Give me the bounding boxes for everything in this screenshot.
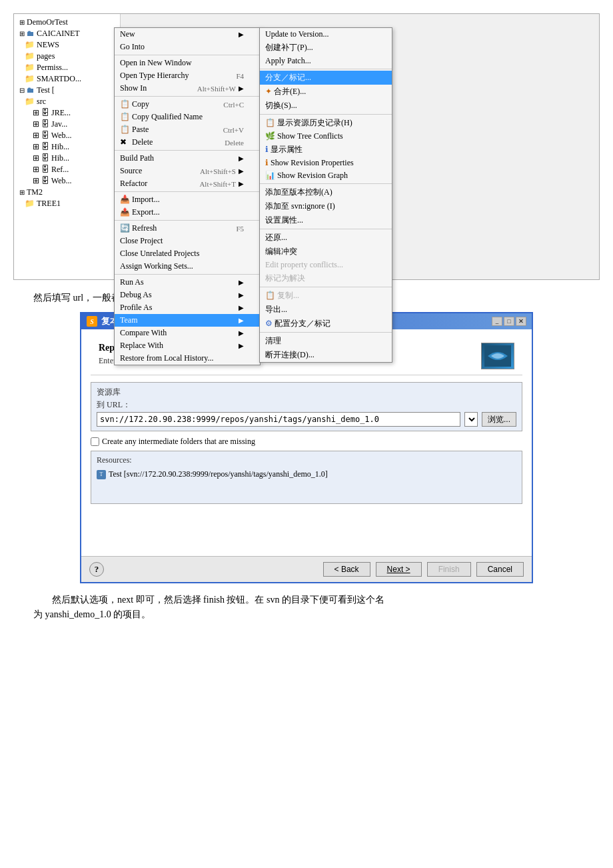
- cm-go-into[interactable]: Go Into: [115, 41, 260, 53]
- tree-item-pages[interactable]: 📁 pages: [14, 51, 120, 62]
- tree-item-news[interactable]: 📁 NEWS: [14, 39, 120, 51]
- cm-export[interactable]: 📤Export...: [115, 206, 260, 219]
- cm-show-props[interactable]: ℹ显示属性: [260, 143, 392, 157]
- next-button[interactable]: Next >: [376, 562, 422, 577]
- team-submenu: Update to Version... 创建补丁(P)... Apply Pa…: [259, 27, 392, 363]
- tree-item-tree1[interactable]: 📁 TREE1: [14, 198, 120, 209]
- screenshot-container: ⊞ DemoOrTest ⊞ 🖿 CAICAINET 4 📁 NEWS 📁 pa…: [13, 13, 600, 623]
- cm-show-revision-graph[interactable]: 📊Show Revision Graph: [260, 169, 392, 182]
- cm-update-to-version[interactable]: Update to Version...: [260, 28, 392, 41]
- cm-delete[interactable]: ✖Delete Delete: [115, 136, 260, 149]
- cm-disconnect[interactable]: 断开连接(D)...: [260, 348, 392, 362]
- cm-revert[interactable]: 还原...: [260, 231, 392, 245]
- url-input-row: ▼ 浏览...: [97, 412, 516, 427]
- tree-item-test[interactable]: ⊟ 🖿 Test [: [14, 85, 120, 96]
- cm-profile-as[interactable]: Profile As ▶: [115, 301, 260, 314]
- tree-item-label: TM2: [27, 187, 43, 197]
- tree-item-caicainet[interactable]: ⊞ 🖿 CAICAINET 4: [14, 28, 120, 39]
- cm-add-version-control[interactable]: 添加至版本控制(A): [260, 185, 392, 199]
- cm-paste[interactable]: 📋Paste Ctrl+V: [115, 123, 260, 136]
- cm-add-svn-ignore[interactable]: 添加至 svn:ignore (I): [260, 199, 392, 213]
- cm-clean[interactable]: 清理: [260, 334, 392, 348]
- cm-merge[interactable]: ✦合并(E)...: [260, 85, 392, 99]
- tree-item-jre[interactable]: ⊞ 🗄 JRE...: [14, 107, 120, 119]
- cm-close-unrelated[interactable]: Close Unrelated Projects: [115, 247, 260, 260]
- cm-edit-conflicts[interactable]: 编辑冲突: [260, 245, 392, 259]
- shortcut: Delete: [225, 139, 244, 147]
- tree-item-jav[interactable]: ⊞ 🗄 Jav...: [14, 119, 120, 130]
- cm-new[interactable]: New ▶: [115, 28, 260, 41]
- url-dropdown[interactable]: ▼: [464, 412, 478, 427]
- intermediate-folders-checkbox[interactable]: [91, 437, 99, 446]
- cm-export2[interactable]: 导出...: [260, 303, 392, 317]
- separator: [260, 229, 392, 229]
- dialog-title-icon: S: [87, 316, 97, 327]
- tree-item-src[interactable]: 📁 src: [14, 96, 120, 107]
- cm-replace-with[interactable]: Replace With ▶: [115, 339, 260, 352]
- cm-source[interactable]: Source Alt+Shift+S ▶: [115, 165, 260, 177]
- separator: [115, 55, 260, 55]
- tree-item-ref[interactable]: ⊞ 🗄 Ref...: [14, 164, 120, 175]
- field-group-label: 资源库: [97, 387, 516, 398]
- dialog-footer: ? < Back Next > Finish Cancel: [81, 556, 532, 582]
- merge-icon: ✦: [265, 87, 272, 97]
- history-icon: 📋: [265, 118, 275, 128]
- maximize-button[interactable]: □: [504, 317, 514, 326]
- props-icon: ℹ: [265, 145, 269, 155]
- folder-icon: 📁: [25, 199, 35, 209]
- url-input[interactable]: [97, 412, 460, 427]
- cm-config-branch[interactable]: ⚙配置分支／标记: [260, 317, 392, 331]
- cm-close-project[interactable]: Close Project: [115, 235, 260, 247]
- tree-item-smartdo[interactable]: 📁 SMARTDO...: [14, 73, 120, 85]
- cm-set-props[interactable]: 设置属性...: [260, 213, 392, 227]
- cm-run-as[interactable]: Run As ▶: [115, 276, 260, 289]
- tree-item-weblib[interactable]: ⊞ 🗄 Web...: [14, 175, 120, 187]
- cm-show-history[interactable]: 📋显示资源历史记录(H): [260, 116, 392, 130]
- cm-show-in[interactable]: Show In Alt+Shift+W ▶: [115, 82, 260, 95]
- cm-compare-with[interactable]: Compare With ▶: [115, 327, 260, 339]
- cm-refresh[interactable]: 🔄Refresh F5: [115, 222, 260, 235]
- cm-copy-qualified[interactable]: 📋Copy Qualified Name: [115, 111, 260, 123]
- cm-team[interactable]: Team ▶: [115, 314, 260, 327]
- cm-import[interactable]: 📥Import...: [115, 193, 260, 206]
- help-button[interactable]: ?: [89, 562, 104, 577]
- expand-icon: ⊞: [19, 30, 25, 37]
- cm-restore-history[interactable]: Restore from Local History...: [115, 352, 260, 365]
- minimize-button[interactable]: _: [492, 317, 502, 326]
- cm-create-patch[interactable]: 创建补丁(P)...: [260, 41, 392, 55]
- close-button[interactable]: ✕: [516, 317, 526, 326]
- cm-copy[interactable]: 📋Copy Ctrl+C: [115, 98, 260, 111]
- project-icon: 🖿: [27, 85, 35, 95]
- browse-button[interactable]: 浏览...: [482, 412, 516, 427]
- cm-show-revision-props[interactable]: ℹShow Revision Properties: [260, 157, 392, 169]
- cm-refactor[interactable]: Refactor Alt+Shift+T ▶: [115, 177, 260, 190]
- expand-icon: ⊟: [19, 87, 25, 94]
- paste-icon: 📋: [120, 125, 131, 135]
- export-icon: 📤: [120, 207, 131, 217]
- cm-branch-tag[interactable]: 分支／标记...: [260, 71, 392, 85]
- cm-switch[interactable]: 切换(S)...: [260, 99, 392, 113]
- tree-item-label: Test [: [37, 85, 55, 95]
- tree-item-label: CAICAINET: [37, 29, 80, 39]
- tree-item-tm2[interactable]: ⊞ TM2: [14, 187, 120, 198]
- tree-item-hib2[interactable]: ⊞ 🗄 Hib...: [14, 153, 120, 164]
- back-button[interactable]: < Back: [323, 562, 370, 577]
- cm-open-type-hierarchy[interactable]: Open Type Hierarchy F4: [115, 69, 260, 82]
- bottom-text: 然后默认选项，next 即可，然后选择 finish 按钮。在 svn 的目录下…: [33, 593, 600, 623]
- delete-icon: ✖: [120, 137, 131, 147]
- resource-item: T Test [svn://172.20.90.238:9999/repos/y…: [97, 468, 516, 481]
- cm-apply-patch[interactable]: Apply Patch...: [260, 55, 392, 67]
- cancel-button[interactable]: Cancel: [476, 562, 524, 577]
- tree-item-permiss[interactable]: 📁 Permiss...: [14, 62, 120, 73]
- tree-item-hib1[interactable]: ⊞ 🗄 Hib...: [14, 141, 120, 153]
- cm-open-new-window[interactable]: Open in New Window: [115, 57, 260, 69]
- tree-item-web[interactable]: ⊞ 🗄 Web...: [14, 130, 120, 141]
- cm-assign-sets[interactable]: Assign Working Sets...: [115, 260, 260, 273]
- bottom-line1: 然后默认选项，next 即可，然后选择 finish 按钮。在 svn 的目录下…: [33, 593, 600, 607]
- separator: [115, 220, 260, 221]
- cm-debug-as[interactable]: Debug As ▶: [115, 289, 260, 301]
- cm-build-path[interactable]: Build Path ▶: [115, 152, 260, 165]
- expand-icon: ⊞: [19, 189, 25, 196]
- cm-show-tree-conflicts[interactable]: 🌿Show Tree Conflicts: [260, 130, 392, 143]
- tree-item-demoortest[interactable]: ⊞ DemoOrTest: [14, 17, 120, 28]
